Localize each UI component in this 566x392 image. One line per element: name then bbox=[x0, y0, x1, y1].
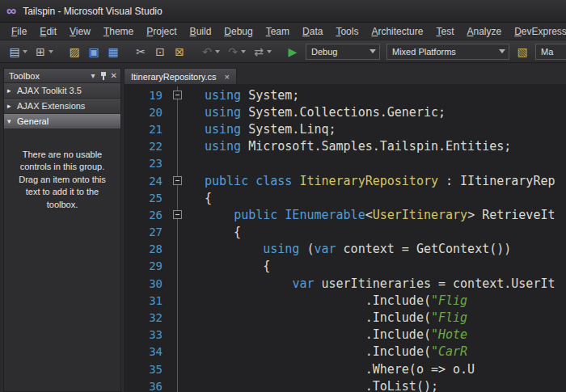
line-number: 28 bbox=[124, 242, 171, 255]
line-number: 23 bbox=[124, 157, 171, 170]
menu-item-file[interactable]: File bbox=[5, 24, 33, 39]
menu-item-project[interactable]: Project bbox=[140, 24, 183, 39]
code-text: using System.Collections.Generic; bbox=[185, 105, 446, 120]
toolbox-group-ajax-toolkit-3-5[interactable]: ▸AJAX Toolkit 3.5 bbox=[4, 83, 120, 99]
fold-margin bbox=[171, 292, 185, 309]
toolbox-group-ajax-extensions[interactable]: ▸AJAX Extensions bbox=[4, 99, 120, 114]
save-icon[interactable]: ▣ bbox=[85, 43, 103, 61]
toolbox-group-general[interactable]: ▾General bbox=[4, 114, 120, 129]
code-text: using System; bbox=[185, 88, 299, 103]
redo-icon[interactable]: ↷ bbox=[224, 43, 248, 61]
save-all-icon[interactable]: ▦ bbox=[104, 43, 122, 61]
code-line[interactable]: 29 { bbox=[124, 258, 566, 275]
line-number: 24 bbox=[124, 175, 171, 188]
code-editor[interactable]: 19using System;20using System.Collection… bbox=[124, 84, 566, 392]
fold-margin bbox=[171, 309, 185, 326]
code-line[interactable]: 28 using (var context = GetContext()) bbox=[124, 241, 566, 258]
editor-tab-itineraryrepository[interactable]: ItineraryRepository.cs × bbox=[124, 68, 237, 84]
code-line[interactable]: 32 .Include("Flig bbox=[124, 309, 566, 326]
fold-margin bbox=[171, 241, 185, 258]
code-text: using System.Linq; bbox=[185, 122, 336, 137]
window-position-menu-icon[interactable]: ▾ bbox=[91, 72, 95, 80]
line-number: 21 bbox=[124, 123, 171, 136]
code-text: .ToList(); bbox=[185, 379, 438, 392]
menu-item-debug[interactable]: Debug bbox=[218, 24, 259, 39]
line-number: 22 bbox=[124, 140, 171, 153]
window-title: Tailspin - Microsoft Visual Studio bbox=[23, 6, 163, 17]
platform-combo[interactable]: Mixed Platforms bbox=[386, 44, 509, 60]
code-line[interactable]: 35 .Where(o => o.U bbox=[124, 360, 566, 377]
main-area: Toolbox ▾ ✕ ▸AJAX Toolkit 3.5▸AJAX Exten… bbox=[0, 63, 566, 392]
open-file-icon[interactable]: ▨ bbox=[65, 43, 83, 61]
auto-hide-pin-icon[interactable] bbox=[100, 72, 107, 80]
code-line[interactable]: 36 .ToList(); bbox=[124, 377, 566, 392]
collapse-region-icon[interactable] bbox=[173, 210, 182, 219]
code-line[interactable]: 20using System.Collections.Generic; bbox=[124, 103, 566, 120]
menu-item-devexpress[interactable]: DevExpress bbox=[508, 24, 566, 39]
cut-icon[interactable]: ✂ bbox=[132, 43, 150, 61]
menu-item-team[interactable]: Team bbox=[260, 24, 296, 39]
menu-item-view[interactable]: View bbox=[63, 24, 97, 39]
find-combo[interactable]: Ma bbox=[535, 44, 566, 60]
collapse-region-icon[interactable] bbox=[173, 91, 182, 99]
code-line[interactable]: 30 var userItineraries = context.UserIt bbox=[124, 275, 566, 292]
platform-value: Mixed Platforms bbox=[392, 47, 456, 57]
new-project-icon[interactable]: ▤ bbox=[6, 43, 30, 61]
chevron-down-icon bbox=[370, 49, 376, 53]
line-number: 32 bbox=[124, 311, 171, 324]
close-icon[interactable]: ✕ bbox=[111, 72, 117, 80]
menu-item-test[interactable]: Test bbox=[429, 24, 460, 39]
collapse-region-icon[interactable] bbox=[173, 176, 182, 185]
chevron-down-icon bbox=[23, 50, 27, 53]
menu-item-tools[interactable]: Tools bbox=[329, 24, 365, 39]
titlebar: ∞ Tailspin - Microsoft Visual Studio bbox=[0, 0, 566, 23]
code-text: { bbox=[185, 191, 212, 205]
menu-item-analyze[interactable]: Analyze bbox=[460, 24, 508, 39]
code-text: .Include("Flig bbox=[185, 293, 467, 308]
find-in-files-icon[interactable]: ▧ bbox=[513, 43, 531, 61]
menu-item-architecture[interactable]: Architecture bbox=[365, 24, 429, 39]
navigate-icon[interactable]: ⇄ bbox=[250, 43, 274, 61]
menu-item-build[interactable]: Build bbox=[184, 24, 218, 39]
line-number: 29 bbox=[124, 259, 171, 272]
code-text: var userItineraries = context.UserIt bbox=[185, 276, 555, 291]
expander-icon: ▸ bbox=[7, 102, 17, 110]
tabstrip: ItineraryRepository.cs × bbox=[124, 68, 566, 84]
code-line[interactable]: 23 bbox=[124, 155, 566, 172]
undo-icon[interactable]: ↶ bbox=[198, 43, 222, 61]
code-text: .Include("CarR bbox=[185, 344, 467, 359]
toolbox-group-label: General bbox=[17, 116, 49, 126]
code-line[interactable]: 33 .Include("Hote bbox=[124, 327, 566, 344]
start-debug-icon[interactable]: ▶ bbox=[284, 43, 302, 61]
fold-margin bbox=[171, 344, 185, 360]
tab-label: ItineraryRepository.cs bbox=[131, 72, 217, 82]
code-line[interactable]: 24public class ItineraryRepository : IIt… bbox=[124, 172, 566, 189]
code-text: .Include("Flig bbox=[185, 310, 467, 325]
solution-config-combo[interactable]: Debug bbox=[306, 44, 380, 60]
add-item-icon[interactable]: ⊞ bbox=[32, 43, 56, 61]
code-line[interactable]: 27 { bbox=[124, 224, 566, 241]
fold-margin bbox=[171, 155, 185, 172]
line-number: 34 bbox=[124, 345, 171, 358]
code-line[interactable]: 31 .Include("Flig bbox=[124, 292, 566, 309]
toolbox-panel: Toolbox ▾ ✕ ▸AJAX Toolkit 3.5▸AJAX Exten… bbox=[3, 68, 121, 392]
code-text: { bbox=[185, 225, 241, 239]
code-line[interactable]: 26 public IEnumerable<UserItinerary> Ret… bbox=[124, 206, 566, 223]
copy-icon[interactable]: ⊡ bbox=[151, 43, 169, 61]
code-line[interactable]: 25{ bbox=[124, 189, 566, 206]
fold-margin bbox=[171, 138, 185, 155]
code-line[interactable]: 21using System.Linq; bbox=[124, 120, 566, 137]
line-number: 25 bbox=[124, 192, 171, 204]
menu-item-theme[interactable]: Theme bbox=[97, 24, 140, 39]
code-text: .Where(o => o.U bbox=[185, 362, 475, 377]
code-line[interactable]: 22using Microsoft.Samples.Tailspin.Entit… bbox=[124, 138, 566, 155]
tab-close-icon[interactable]: × bbox=[225, 72, 230, 82]
menu-item-edit[interactable]: Edit bbox=[33, 24, 63, 39]
code-line[interactable]: 34 .Include("CarR bbox=[124, 344, 566, 360]
code-line[interactable]: 19using System; bbox=[124, 86, 566, 103]
editor-pane: ItineraryRepository.cs × 19using System;… bbox=[124, 68, 566, 392]
fold-margin bbox=[171, 360, 185, 377]
toolbox-header[interactable]: Toolbox ▾ ✕ bbox=[4, 69, 120, 83]
menu-item-data[interactable]: Data bbox=[296, 24, 329, 39]
paste-icon[interactable]: ⊠ bbox=[171, 43, 188, 61]
